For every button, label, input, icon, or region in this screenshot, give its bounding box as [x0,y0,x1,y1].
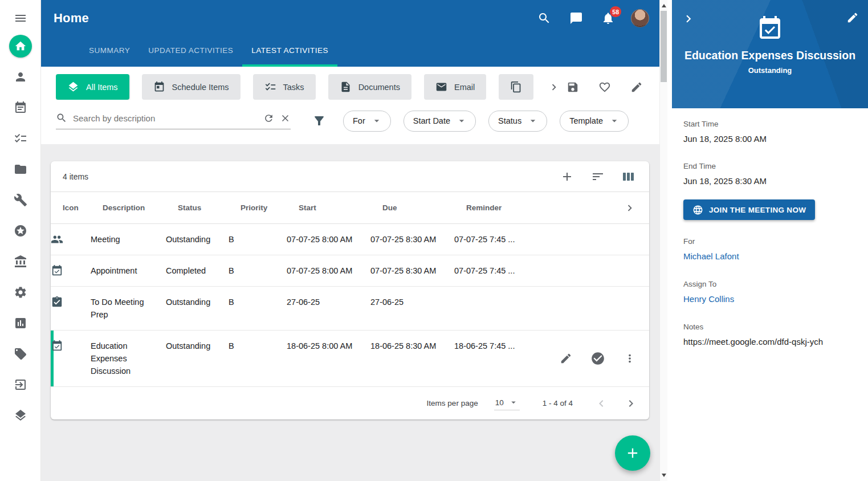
column-header-priority[interactable]: Priority [241,203,299,212]
for-dropdown[interactable]: For [343,111,391,132]
sidebar-item-profile[interactable] [0,62,41,92]
refresh-button[interactable] [263,113,274,124]
column-header-icon[interactable]: Icon [63,203,103,212]
table-row[interactable]: To Do Meeting Prep Outstanding B 27-06-2… [51,287,649,331]
sidebar-item-home[interactable] [0,31,41,62]
sidebar-item-tasks[interactable] [0,123,41,154]
bar-chart-icon [14,316,27,330]
edit-view-button[interactable] [625,76,648,99]
layers-icon [67,81,79,93]
messages-button[interactable] [567,9,585,27]
row-status: Outstanding [166,340,229,352]
toolbar-scroll-right-button[interactable] [546,77,561,97]
row-description: Appointment [91,264,166,277]
checklist-icon [264,81,276,93]
previous-page-button[interactable] [592,394,610,413]
sidebar-item-favorites[interactable] [0,215,41,246]
sort-button[interactable] [590,169,606,185]
sidebar-item-tools[interactable] [0,185,41,215]
tab-updated-activities[interactable]: UPDATED ACTIVITIES [139,36,242,67]
template-dropdown[interactable]: Template [560,111,629,132]
chevron-down-icon [527,115,539,127]
schedule-items-button[interactable]: Schedule Items [142,74,241,100]
search-input[interactable] [73,113,258,123]
copy-items-button[interactable] [499,74,533,100]
menu-icon [14,11,27,25]
save-view-button[interactable] [561,76,584,99]
menu-button[interactable] [0,6,41,31]
email-button[interactable]: Email [424,74,486,100]
pencil-icon [846,11,859,24]
assign-to-link[interactable]: Henry Collins [683,294,734,304]
vertical-scrollbar[interactable] [659,0,667,481]
row-priority: B [229,296,287,308]
search-icon [56,112,67,124]
favorite-button[interactable] [593,76,616,99]
filter-button[interactable] [312,114,326,128]
clear-search-button[interactable] [280,113,291,124]
start-date-dropdown[interactable]: Start Date [404,111,476,132]
chevron-right-icon [681,11,696,26]
detail-panel: Education Expenses Discussion Outstandin… [672,0,868,481]
activities-card: 4 items Icon Description Status Priority… [51,161,649,419]
documents-button[interactable]: Documents [328,74,411,100]
collapse-panel-button[interactable] [680,10,697,27]
checklist-icon [14,132,27,145]
sidebar-item-groups[interactable] [0,400,41,431]
column-header-description[interactable]: Description [103,203,178,212]
top-bar: Home 58 SUMMARY UPDATED ACTIVITIES LATES… [41,0,659,67]
status-dropdown[interactable]: Status [488,111,547,132]
next-page-button[interactable] [622,394,640,413]
sidebar-item-tags[interactable] [0,339,41,369]
columns-button[interactable] [621,169,637,185]
user-avatar[interactable] [631,9,649,27]
scroll-up-button[interactable] [660,1,667,10]
layers-icon [14,409,27,422]
for-contact-link[interactable]: Michael Lafont [683,251,739,261]
edit-row-button[interactable] [558,350,574,366]
column-header-status[interactable]: Status [178,203,241,212]
row-status: Outstanding [166,296,229,308]
activity-title: Education Expenses Discussion [672,49,868,62]
column-header-reminder[interactable]: Reminder [466,203,622,212]
chevron-right-icon [624,202,636,214]
join-meeting-button[interactable]: JOIN THE MEETING NOW [683,199,815,220]
row-priority: B [229,340,287,352]
scrollbar-thumb[interactable] [661,11,667,82]
sidebar-item-calendar[interactable] [0,92,41,123]
table-row[interactable]: Meeting Outstanding B 07-07-25 8:00 AM 0… [51,224,649,255]
row-menu-button[interactable] [622,350,638,366]
notifications-button[interactable]: 58 [599,9,617,27]
pencil-icon [630,81,643,93]
notification-badge: 58 [610,6,621,17]
columns-icon [622,170,635,184]
column-header-due[interactable]: Due [382,203,466,212]
tasks-button[interactable]: Tasks [253,74,316,100]
tab-latest-activities[interactable]: LATEST ACTIVITIES [242,36,337,67]
row-description: Meeting [91,233,166,246]
edit-activity-button[interactable] [844,9,861,26]
calendar-icon [14,101,27,115]
row-due: 27-06-25 [370,296,454,308]
table-row[interactable]: Appointment Completed B 07-07-25 8:00 AM… [51,255,649,287]
save-icon [567,81,579,93]
header-scroll-right-button[interactable] [622,200,638,216]
sidebar-item-accounts[interactable] [0,246,41,277]
add-item-button[interactable] [559,169,575,185]
sidebar-item-sign-out[interactable] [0,369,41,400]
complete-row-button[interactable] [590,350,606,366]
column-header-start[interactable]: Start [299,203,382,212]
tab-summary[interactable]: SUMMARY [80,36,139,67]
items-per-page-select[interactable]: 10 [494,396,520,410]
sidebar-item-reports[interactable] [0,308,41,339]
scroll-down-button[interactable] [660,471,667,480]
all-items-button[interactable]: All Items [56,74,129,100]
chevron-down-icon [508,397,519,407]
sidebar-item-settings[interactable] [0,277,41,308]
sidebar-item-documents[interactable] [0,154,41,185]
table-row-selected[interactable]: Education Expenses Discussion Outstandin… [51,331,649,387]
app-root: Home 58 SUMMARY UPDATED ACTIVITIES LATES… [0,0,868,481]
add-activity-fab[interactable] [615,435,650,471]
search-field [56,112,291,129]
search-button[interactable] [535,9,553,27]
